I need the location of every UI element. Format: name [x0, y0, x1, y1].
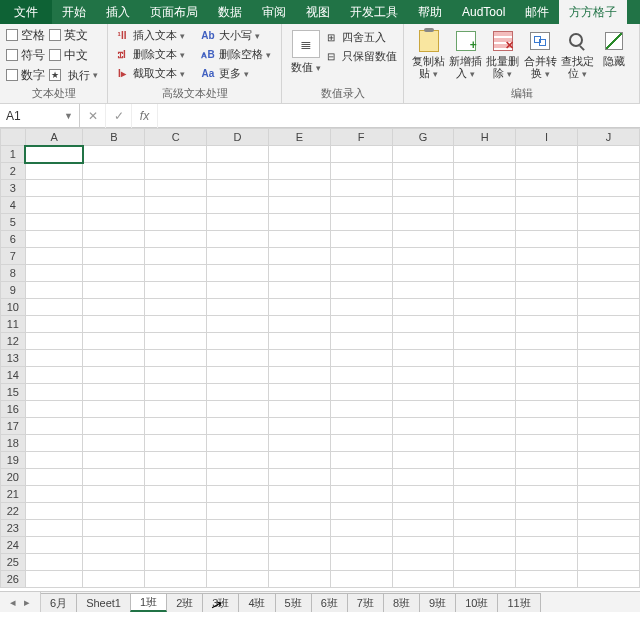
- cell[interactable]: [330, 163, 392, 180]
- cell[interactable]: [268, 486, 330, 503]
- cell[interactable]: [25, 384, 83, 401]
- cell[interactable]: [25, 248, 83, 265]
- cell[interactable]: [454, 163, 516, 180]
- cell[interactable]: [25, 486, 83, 503]
- cell[interactable]: [454, 214, 516, 231]
- cell[interactable]: [268, 265, 330, 282]
- cell[interactable]: [516, 571, 578, 588]
- cell[interactable]: [83, 197, 145, 214]
- sheet-tab[interactable]: 6班: [311, 593, 348, 612]
- cell[interactable]: [25, 163, 83, 180]
- sheet-tab[interactable]: 1班: [130, 593, 167, 612]
- checkbox-symbol[interactable]: [6, 49, 18, 61]
- cell[interactable]: [268, 435, 330, 452]
- sheet-tab[interactable]: 3班: [202, 593, 239, 612]
- cell[interactable]: [578, 265, 640, 282]
- cell[interactable]: [454, 350, 516, 367]
- cell[interactable]: [207, 520, 269, 537]
- cell[interactable]: [145, 571, 207, 588]
- cell[interactable]: [392, 384, 454, 401]
- hide-button[interactable]: 隐藏: [596, 26, 633, 80]
- round-button[interactable]: ⊞四舍五入: [323, 28, 397, 47]
- cell[interactable]: [578, 435, 640, 452]
- column-header[interactable]: I: [516, 129, 578, 146]
- cell[interactable]: [516, 299, 578, 316]
- name-box-dropdown-icon[interactable]: ▼: [64, 111, 73, 121]
- cell[interactable]: [207, 418, 269, 435]
- sheet-tab[interactable]: 4班: [238, 593, 275, 612]
- select-all-corner[interactable]: [1, 129, 26, 146]
- cell[interactable]: [578, 180, 640, 197]
- cell[interactable]: [25, 180, 83, 197]
- cell[interactable]: [454, 197, 516, 214]
- checkbox-english[interactable]: [49, 29, 61, 41]
- cell[interactable]: [207, 180, 269, 197]
- case-button[interactable]: Ab大小写: [200, 26, 271, 45]
- cell[interactable]: [330, 350, 392, 367]
- cell[interactable]: [392, 571, 454, 588]
- row-header[interactable]: 15: [1, 384, 26, 401]
- cell[interactable]: [145, 231, 207, 248]
- cell[interactable]: [330, 180, 392, 197]
- cell[interactable]: [25, 554, 83, 571]
- cell[interactable]: [578, 299, 640, 316]
- cell[interactable]: [25, 214, 83, 231]
- cell[interactable]: [330, 265, 392, 282]
- cell[interactable]: [578, 469, 640, 486]
- cell[interactable]: [516, 384, 578, 401]
- sheet-tab[interactable]: 7班: [347, 593, 384, 612]
- cell[interactable]: [454, 401, 516, 418]
- cell[interactable]: [145, 180, 207, 197]
- cell[interactable]: [145, 384, 207, 401]
- row-header[interactable]: 22: [1, 503, 26, 520]
- column-header[interactable]: C: [145, 129, 207, 146]
- cell[interactable]: [25, 316, 83, 333]
- cell[interactable]: [83, 163, 145, 180]
- row-header[interactable]: 12: [1, 333, 26, 350]
- sheet-tab[interactable]: 2班: [166, 593, 203, 612]
- tab-review[interactable]: 审阅: [252, 0, 296, 24]
- sheet-tab[interactable]: 6月: [41, 593, 77, 612]
- cell[interactable]: [578, 503, 640, 520]
- cell[interactable]: [392, 350, 454, 367]
- tab-help[interactable]: 帮助: [408, 0, 452, 24]
- cell[interactable]: [83, 435, 145, 452]
- cell[interactable]: [330, 316, 392, 333]
- cell[interactable]: [578, 571, 640, 588]
- formula-input[interactable]: [158, 104, 640, 127]
- cell[interactable]: [392, 146, 454, 163]
- cell[interactable]: [330, 503, 392, 520]
- sheet-nav-next[interactable]: ▸: [20, 596, 34, 609]
- cell[interactable]: [516, 180, 578, 197]
- cell[interactable]: [392, 265, 454, 282]
- column-header[interactable]: B: [83, 129, 145, 146]
- cell[interactable]: [25, 401, 83, 418]
- cell[interactable]: [454, 231, 516, 248]
- cell[interactable]: [25, 367, 83, 384]
- cell[interactable]: [207, 367, 269, 384]
- cell[interactable]: [392, 486, 454, 503]
- cell[interactable]: [330, 571, 392, 588]
- cell[interactable]: [83, 265, 145, 282]
- cell[interactable]: [207, 333, 269, 350]
- sheet-tab[interactable]: 9班: [419, 593, 456, 612]
- tab-ffgz[interactable]: 方方格子: [559, 0, 627, 24]
- cell[interactable]: [330, 146, 392, 163]
- cell[interactable]: [83, 180, 145, 197]
- cell[interactable]: [330, 537, 392, 554]
- cell[interactable]: [330, 452, 392, 469]
- extract-text-button[interactable]: I▸截取文本: [114, 64, 200, 83]
- sheet-tab[interactable]: 8班: [383, 593, 420, 612]
- cell[interactable]: [578, 350, 640, 367]
- cell[interactable]: [268, 571, 330, 588]
- cell[interactable]: [207, 163, 269, 180]
- cell[interactable]: [516, 163, 578, 180]
- cell[interactable]: [454, 333, 516, 350]
- cell[interactable]: [392, 214, 454, 231]
- cell[interactable]: [578, 384, 640, 401]
- row-header[interactable]: 17: [1, 418, 26, 435]
- tab-insert[interactable]: 插入: [96, 0, 140, 24]
- row-header[interactable]: 24: [1, 537, 26, 554]
- cell[interactable]: [454, 180, 516, 197]
- find-locate-button[interactable]: 查找定位: [559, 26, 596, 80]
